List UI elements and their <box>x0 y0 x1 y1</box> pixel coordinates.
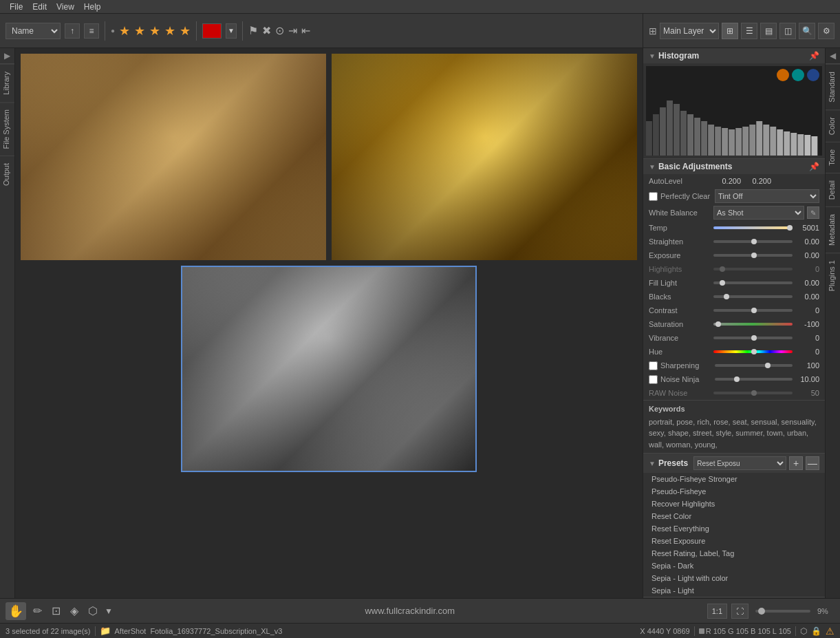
expand-right-btn[interactable]: ◀ <box>826 48 840 64</box>
basic-adj-header[interactable]: ▼ Basic Adjustments 📌 <box>643 159 825 174</box>
white-balance-edit-btn[interactable]: ✎ <box>807 206 819 219</box>
crop-tool[interactable]: ⊡ <box>49 603 63 619</box>
blacks-slider[interactable] <box>713 295 793 298</box>
sharpening-slider[interactable] <box>715 364 793 367</box>
view-search-btn[interactable]: 🔍 <box>799 23 815 39</box>
fill-light-slider[interactable] <box>713 281 793 284</box>
tint-off-select[interactable]: Tint Off <box>715 189 819 203</box>
image-area <box>15 48 643 598</box>
tool-arrow[interactable]: ▼ <box>105 606 113 616</box>
hist-dot-teal[interactable] <box>792 69 804 81</box>
image-cell-1[interactable] <box>21 54 326 260</box>
export1-icon[interactable]: ⇥ <box>288 24 297 37</box>
list-item[interactable]: Pseudo-Fisheye <box>643 485 825 498</box>
sharpening-checkbox[interactable] <box>649 361 658 370</box>
temp-label: Temp <box>649 224 711 232</box>
sidebar-tab-output[interactable]: Output <box>0 156 14 193</box>
view-grid-btn[interactable]: ⊞ <box>722 23 738 39</box>
noise-ninja-checkbox[interactable] <box>649 375 658 384</box>
list-item[interactable]: Sepia - Dark <box>643 560 825 572</box>
contrast-slider[interactable] <box>713 309 793 312</box>
view-list-btn[interactable]: ☰ <box>741 23 757 39</box>
hist-dot-orange[interactable] <box>777 69 789 81</box>
svg-rect-22 <box>797 134 804 156</box>
sharpening-label: Sharpening <box>660 361 712 370</box>
flag-icon[interactable]: ⚑ <box>248 24 258 37</box>
view-filmstrip-btn[interactable]: ▤ <box>760 23 777 39</box>
hue-slider[interactable] <box>713 350 793 353</box>
noise-ninja-slider[interactable] <box>715 378 793 381</box>
menu-file[interactable]: File <box>6 1 27 12</box>
tab-metadata[interactable]: Metadata <box>826 206 840 253</box>
saturation-slider[interactable] <box>713 323 793 326</box>
tab-color[interactable]: Color <box>826 109 840 142</box>
tab-plugins[interactable]: Plugins 1 <box>826 253 840 298</box>
list-item[interactable]: Sepia - Light <box>643 584 825 597</box>
list-item[interactable]: Reset Color <box>643 510 825 522</box>
export2-icon[interactable]: ⇤ <box>301 24 310 37</box>
menu-help[interactable]: Help <box>80 1 105 12</box>
highlights-slider[interactable] <box>713 268 793 270</box>
zoom-slider-thumb[interactable] <box>758 608 765 615</box>
brush-tool[interactable]: ✏ <box>30 603 45 619</box>
histogram-pin[interactable]: 📌 <box>809 51 819 61</box>
sidebar-tab-filesystem[interactable]: File System <box>0 102 14 156</box>
presets-category-select[interactable]: Reset Exposu <box>693 456 786 470</box>
perfectly-clear-checkbox[interactable] <box>649 192 658 201</box>
tab-standard[interactable]: Standard <box>826 64 840 109</box>
tab-tone[interactable]: Tone <box>826 142 840 173</box>
color-arrow-btn[interactable]: ▼ <box>226 23 237 39</box>
list-item[interactable]: Reset Rating, Label, Tag <box>643 547 825 560</box>
sidebar-tab-library[interactable]: Library <box>0 64 14 102</box>
list-item[interactable]: Sepia - Light with color <box>643 572 825 584</box>
filter-btn[interactable]: ≡ <box>84 23 99 39</box>
list-item[interactable]: Reset Exposure <box>643 535 825 547</box>
list-item[interactable]: Recover Highlights <box>643 498 825 510</box>
basic-adj-pin[interactable]: 📌 <box>809 162 819 171</box>
star-3[interactable]: ★ <box>149 23 160 39</box>
tab-detail[interactable]: Detail <box>826 173 840 206</box>
histogram-area <box>646 66 822 156</box>
presets-minus-btn[interactable]: — <box>806 456 819 470</box>
x-icon[interactable]: ✖ <box>262 24 271 37</box>
sort-asc-btn[interactable]: ↑ <box>65 23 80 39</box>
noise-ninja-value: 10.00 <box>795 375 819 383</box>
hist-dot-blue[interactable] <box>807 69 819 81</box>
presets-arrow[interactable]: ▼ <box>649 460 656 467</box>
image-cell-2[interactable] <box>332 54 637 260</box>
exposure-slider[interactable] <box>713 254 793 257</box>
list-item[interactable]: Pseudo-Fisheye Stronger <box>643 473 825 485</box>
view-compare-btn[interactable]: ◫ <box>779 23 796 39</box>
star-5[interactable]: ★ <box>180 23 191 39</box>
zoom-fit-btn[interactable]: 1:1 <box>707 604 727 619</box>
keywords-text: portrait, pose, rich, rose, seat, sensua… <box>649 416 819 451</box>
vibrance-slider[interactable] <box>713 337 793 339</box>
camera-icon[interactable]: ⊙ <box>275 24 284 37</box>
layer-select[interactable]: Main Layer <box>660 23 719 39</box>
sort-select[interactable]: Name <box>6 23 61 39</box>
paint-tool[interactable]: ⬡ <box>85 603 100 619</box>
stamp-tool[interactable]: ◈ <box>67 603 81 619</box>
exposure-value: 0.00 <box>795 251 819 259</box>
star-2[interactable]: ★ <box>134 23 145 39</box>
straighten-slider[interactable] <box>713 240 793 243</box>
list-item[interactable]: Reset Everything <box>643 522 825 535</box>
zoom-fullscreen-btn[interactable]: ⛶ <box>731 604 749 619</box>
preset-list: Pseudo-Fisheye Stronger Pseudo-Fisheye R… <box>643 473 825 597</box>
white-balance-select[interactable]: As Shot <box>713 206 804 220</box>
menu-edit[interactable]: Edit <box>28 1 51 12</box>
status-sep-1 <box>95 626 96 636</box>
image-cell-3[interactable] <box>181 266 477 472</box>
hand-tool[interactable]: ✋ <box>6 602 26 620</box>
star-4[interactable]: ★ <box>164 23 175 39</box>
sharpening-row: Sharpening 100 <box>643 359 825 372</box>
view-settings-btn[interactable]: ⚙ <box>818 23 834 39</box>
temp-slider[interactable] <box>713 226 793 229</box>
presets-add-btn[interactable]: + <box>789 456 803 470</box>
expand-left-btn[interactable]: ▶ <box>0 48 14 64</box>
star-1[interactable]: ★ <box>119 23 130 39</box>
menu-view[interactable]: View <box>52 1 78 12</box>
raw-noise-slider[interactable] <box>713 392 793 394</box>
color-swatch[interactable] <box>202 23 222 39</box>
histogram-header[interactable]: ▼ Histogram 📌 <box>643 48 825 63</box>
